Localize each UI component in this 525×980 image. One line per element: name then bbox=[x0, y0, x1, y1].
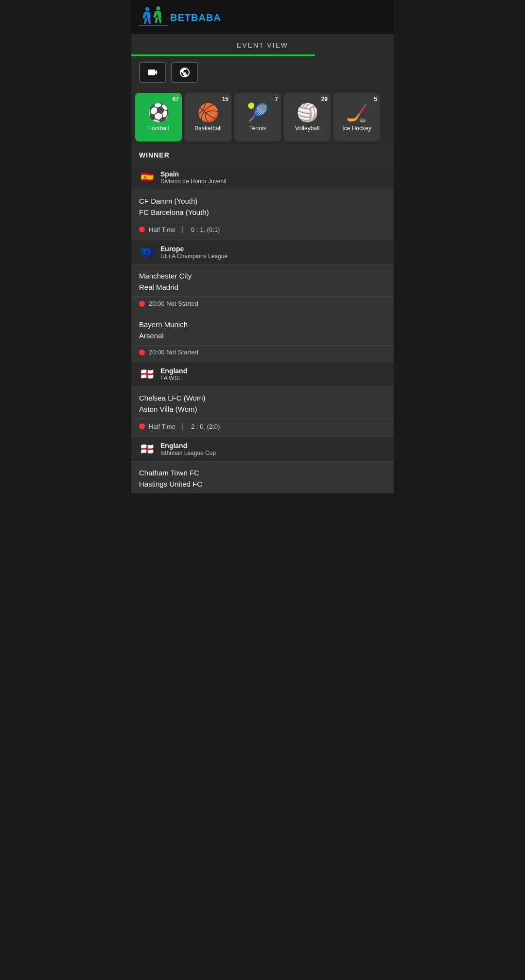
matches-list: 🇪🇸 Spain Division de Honor Juvenil CF Da… bbox=[131, 165, 394, 493]
live-indicator bbox=[139, 350, 145, 355]
sport-label-tennis: Tennis bbox=[249, 125, 266, 132]
match-row[interactable]: Chelsea LFC (Wom) Aston Villa (Wom) Half… bbox=[131, 386, 394, 437]
sport-item-basketball[interactable]: 15 🏀 Basketball bbox=[185, 93, 231, 141]
svg-point-1 bbox=[145, 7, 150, 11]
league-country-2: England bbox=[160, 367, 187, 375]
match-teams: Manchester City Real Madrid bbox=[131, 265, 394, 297]
video-icon bbox=[147, 67, 158, 78]
status-divider: | bbox=[181, 422, 183, 431]
sport-label-ice-hockey: Ice Hockey bbox=[342, 125, 371, 132]
sport-label-football: Football bbox=[148, 125, 169, 132]
match-teams: Chatham Town FC Hastings United FC bbox=[131, 462, 394, 493]
league-header-3[interactable]: 🏴󠁧󠁢󠁥󠁮󠁧󠁿 England Isthmian League Cup bbox=[131, 437, 394, 461]
app-header: BETBABA bbox=[131, 0, 394, 34]
match-status: 20:00 Not Started bbox=[131, 345, 394, 362]
team1-name: Chelsea LFC (Wom) bbox=[139, 393, 386, 404]
league-country-0: Spain bbox=[160, 170, 226, 178]
status-text: 20:00 Not Started bbox=[149, 349, 198, 356]
sport-badge-ice-hockey: 5 bbox=[374, 96, 377, 103]
team1-name: Bayern Munich bbox=[139, 319, 386, 331]
team1-name: CF Damm (Youth) bbox=[139, 196, 386, 207]
match-row[interactable]: Manchester City Real Madrid 20:00 Not St… bbox=[131, 264, 394, 313]
globe-button[interactable] bbox=[171, 62, 198, 83]
team2-name: Arsenal bbox=[139, 331, 386, 342]
globe-icon bbox=[179, 67, 191, 78]
team2-name: Aston Villa (Wom) bbox=[139, 404, 386, 415]
team2-name: FC Barcelona (Youth) bbox=[139, 207, 386, 218]
league-header-1[interactable]: 🇪🇺 Europe UEFA Champions League bbox=[131, 240, 394, 264]
video-button[interactable] bbox=[139, 62, 166, 83]
sport-icon-ice-hockey: 🏒 bbox=[346, 103, 368, 123]
event-view-label: EVENT VIEW bbox=[237, 41, 288, 49]
match-status: 20:00 Not Started bbox=[131, 297, 394, 313]
match-status: Half Time | 0 : 1, (0:1) bbox=[131, 222, 394, 240]
league-flag-1: 🇪🇺 bbox=[139, 246, 155, 259]
sport-item-ice-hockey[interactable]: 5 🏒 Ice Hockey bbox=[333, 93, 380, 141]
sport-icon-volleyball: 🏐 bbox=[297, 103, 318, 123]
league-name-1: UEFA Champions League bbox=[160, 253, 228, 260]
action-buttons-bar bbox=[131, 56, 394, 89]
status-divider: | bbox=[181, 225, 183, 234]
sport-icon-football: ⚽ bbox=[148, 103, 170, 123]
league-info-1: Europe UEFA Champions League bbox=[160, 245, 228, 260]
svg-point-2 bbox=[156, 6, 160, 11]
event-view-tab[interactable]: EVENT VIEW bbox=[131, 34, 394, 56]
league-info-0: Spain Division de Honor Juvenil bbox=[160, 170, 226, 185]
live-indicator bbox=[139, 227, 145, 232]
sport-item-football[interactable]: 67 ⚽ Football bbox=[135, 93, 182, 141]
logo-text: BETBABA bbox=[170, 12, 221, 23]
score-text: 2 : 0, (2:0) bbox=[191, 423, 220, 430]
sport-badge-tennis: 7 bbox=[275, 96, 278, 103]
live-indicator bbox=[139, 301, 145, 307]
sport-icon-tennis: 🎾 bbox=[247, 103, 269, 123]
league-header-2[interactable]: 🏴󠁧󠁢󠁥󠁮󠁧󠁿 England FA WSL bbox=[131, 362, 394, 386]
sport-item-volleyball[interactable]: 29 🏐 Volleyball bbox=[284, 93, 331, 141]
league-info-2: England FA WSL bbox=[160, 367, 187, 382]
match-teams: CF Damm (Youth) FC Barcelona (Youth) bbox=[131, 190, 394, 222]
team1-name: Chatham Town FC bbox=[139, 468, 386, 479]
sport-item-tennis[interactable]: 7 🎾 Tennis bbox=[234, 93, 281, 141]
section-header: WINNER bbox=[131, 145, 394, 165]
match-row[interactable]: Chatham Town FC Hastings United FC bbox=[131, 461, 394, 493]
status-text: 20:00 Not Started bbox=[149, 300, 198, 307]
team2-name: Hastings United FC bbox=[139, 479, 386, 490]
league-name-0: Division de Honor Juvenil bbox=[160, 178, 226, 185]
status-text: Half Time bbox=[149, 226, 175, 233]
team1-name: Manchester City bbox=[139, 271, 386, 282]
sport-badge-football: 67 bbox=[173, 96, 179, 103]
league-name-2: FA WSL bbox=[160, 375, 187, 382]
match-teams: Chelsea LFC (Wom) Aston Villa (Wom) bbox=[131, 387, 394, 419]
team2-name: Real Madrid bbox=[139, 282, 386, 293]
sport-categories: 67 ⚽ Football 15 🏀 Basketball 7 🎾 Tennis… bbox=[131, 89, 394, 145]
league-header-0[interactable]: 🇪🇸 Spain Division de Honor Juvenil bbox=[131, 165, 394, 190]
league-info-3: England Isthmian League Cup bbox=[160, 442, 216, 456]
league-country-3: England bbox=[160, 442, 216, 450]
match-row[interactable]: CF Damm (Youth) FC Barcelona (Youth) Hal… bbox=[131, 190, 394, 240]
sport-badge-volleyball: 29 bbox=[321, 96, 328, 103]
sport-label-volleyball: Volleyball bbox=[295, 125, 320, 132]
match-row[interactable]: Bayern Munich Arsenal 20:00 Not Started bbox=[131, 313, 394, 362]
sport-icon-basketball: 🏀 bbox=[197, 103, 219, 123]
match-teams: Bayern Munich Arsenal bbox=[131, 314, 394, 345]
league-name-3: Isthmian League Cup bbox=[160, 450, 216, 456]
status-text: Half Time bbox=[149, 423, 175, 430]
league-flag-2: 🏴󠁧󠁢󠁥󠁮󠁧󠁿 bbox=[139, 368, 155, 381]
sport-label-basketball: Basketball bbox=[194, 125, 221, 132]
league-flag-3: 🏴󠁧󠁢󠁥󠁮󠁧󠁿 bbox=[139, 443, 155, 455]
match-status: Half Time | 2 : 0, (2:0) bbox=[131, 419, 394, 437]
live-indicator bbox=[139, 423, 145, 429]
sport-badge-basketball: 15 bbox=[222, 96, 228, 103]
logo: BETBABA bbox=[139, 5, 221, 29]
score-text: 0 : 1, (0:1) bbox=[191, 226, 220, 233]
league-flag-0: 🇪🇸 bbox=[139, 171, 155, 184]
league-country-1: Europe bbox=[160, 245, 228, 253]
